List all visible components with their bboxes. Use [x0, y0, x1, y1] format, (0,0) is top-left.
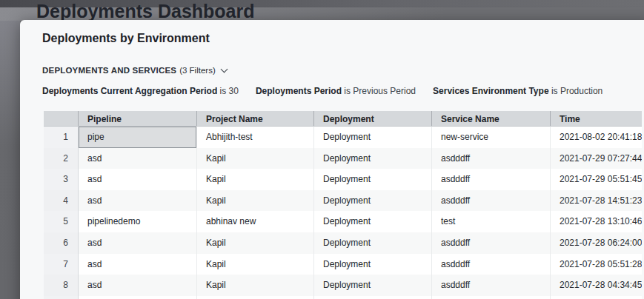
screen: Deployments Dashboard Deployments by Env… — [0, 0, 644, 299]
cell-time[interactable]: 2021-07-28 05:51:28 — [550, 254, 642, 275]
table-row: 4asdKapilDeploymentasdddff2021-07-28 14:… — [44, 190, 642, 212]
chevron-down-icon[interactable] — [220, 66, 228, 73]
table-row: 7asdKapilDeploymentasdddff2021-07-28 05:… — [44, 254, 642, 275]
cell-project[interactable]: Kapil — [196, 254, 313, 275]
cell-time[interactable]: 2021-07-28 04:34:45 — [550, 296, 642, 299]
row-number: 6 — [44, 232, 78, 254]
cell-deployment[interactable]: Deployment — [313, 190, 431, 212]
cell-project[interactable]: Kapil — [196, 148, 313, 169]
filter-clause: is Production — [551, 86, 602, 96]
cell-deployment[interactable]: Deployment — [313, 169, 431, 190]
table-row: 1pipeAbhijith-testDeploymentnew-service2… — [44, 127, 642, 148]
column-header-pipeline[interactable]: Pipeline — [78, 111, 196, 126]
row-number: 3 — [44, 169, 78, 190]
filters-expander[interactable]: DEPLOYMENTS AND SERVICES (3 Filters) — [42, 64, 227, 76]
cell-service[interactable]: new-service — [431, 127, 550, 148]
column-header-project-name[interactable]: Project Name — [196, 111, 313, 126]
modal-title: Deployments by Environment — [42, 32, 210, 45]
table-row: 5pipelinedemoabhinav newDeploymenttest20… — [44, 211, 642, 232]
cell-service[interactable]: asdddff — [431, 148, 550, 169]
cell-time[interactable]: 2021-08-02 20:41:18 — [550, 127, 642, 148]
row-number: 4 — [44, 190, 78, 212]
cell-time[interactable]: 2021-07-28 14:51:23 — [550, 190, 642, 212]
cell-deployment[interactable]: Deployment — [313, 275, 431, 296]
table-row: 3asdKapilDeploymentasdddff2021-07-29 05:… — [44, 169, 642, 190]
filters-expander-label: DEPLOYMENTS AND SERVICES — [42, 66, 176, 75]
table-row: 8asdKapilDeploymentasdddff2021-07-28 04:… — [44, 275, 642, 296]
row-number: 5 — [44, 211, 78, 232]
cell-deployment[interactable]: Deployment — [313, 232, 431, 254]
cell-project[interactable]: Kapil — [196, 296, 313, 299]
row-number: 9 — [44, 296, 78, 299]
column-header-service-name[interactable]: Service Name — [431, 111, 550, 126]
cell-deployment[interactable]: Deployment — [313, 127, 431, 148]
filter-item: Deployments Current Aggregation Period i… — [42, 86, 239, 96]
cell-project[interactable]: Kapil — [196, 190, 313, 212]
cell-deployment[interactable]: Deployment — [313, 211, 431, 232]
cell-deployment[interactable]: Deployment — [313, 148, 431, 169]
cell-pipeline[interactable]: asd — [78, 190, 196, 212]
cell-time[interactable]: 2021-07-28 13:10:46 — [550, 211, 642, 232]
filter-clause: is 30 — [220, 86, 239, 96]
cell-time[interactable]: 2021-07-28 04:34:45 — [550, 275, 642, 296]
filter-name: Deployments Period — [256, 86, 342, 96]
cell-project[interactable]: Kapil — [196, 232, 313, 254]
page-title: Deployments Dashboard — [36, 1, 255, 21]
backdrop-left-strip — [0, 21, 20, 299]
cell-pipeline[interactable]: asd — [78, 275, 196, 296]
cell-service[interactable]: asdddff — [431, 296, 550, 299]
table-row: 2asdKapilDeploymentasdddff2021-07-29 07:… — [44, 148, 642, 169]
cell-service[interactable]: asdddff — [431, 169, 550, 190]
tile-detail-modal: Deployments by Environment DEPLOYMENTS A… — [20, 20, 644, 299]
cell-service[interactable]: asdddff — [431, 232, 550, 254]
cell-service[interactable]: asdddff — [431, 190, 550, 212]
filter-item: Deployments Period is Previous Period — [256, 86, 416, 96]
cell-time[interactable]: 2021-07-29 05:51:45 — [550, 169, 642, 190]
cell-pipeline[interactable]: asd — [78, 169, 196, 190]
row-number: 1 — [44, 127, 78, 148]
row-number: 8 — [44, 275, 78, 296]
row-number-column-header — [44, 111, 78, 126]
row-number: 2 — [44, 148, 78, 169]
table-row: 6asdKapilDeploymentasdddff2021-07-28 06:… — [44, 232, 642, 254]
filter-name: Services Environment Type — [433, 86, 549, 96]
cell-project[interactable]: Abhijith-test — [196, 127, 313, 148]
cell-service[interactable]: asdddff — [431, 275, 550, 296]
column-header-deployment[interactable]: Deployment — [313, 111, 431, 126]
filter-name: Deployments Current Aggregation Period — [42, 86, 217, 96]
row-number: 7 — [44, 254, 78, 275]
filters-count: (3 Filters) — [179, 66, 216, 75]
column-header-time[interactable]: Time — [550, 111, 642, 126]
cell-service[interactable]: test — [431, 211, 550, 232]
filter-clause: is Previous Period — [344, 86, 416, 96]
cell-pipeline[interactable]: pipelinedemo — [78, 211, 196, 232]
cell-pipeline[interactable]: asd — [78, 232, 196, 254]
table-header-row: PipelineProject NameDeploymentService Na… — [44, 111, 642, 127]
cell-project[interactable]: abhinav new — [196, 211, 313, 232]
deployments-table: PipelineProject NameDeploymentService Na… — [44, 111, 642, 299]
cell-service[interactable]: asdddff — [431, 254, 550, 275]
filter-item: Services Environment Type is Production — [433, 86, 602, 96]
cell-deployment[interactable]: Deployment — [313, 296, 431, 299]
filter-summary: Deployments Current Aggregation Period i… — [42, 86, 602, 96]
cell-pipeline[interactable]: asd — [78, 254, 196, 275]
table-row: 9asdKapilDeploymentasdddff2021-07-28 04:… — [44, 296, 642, 299]
cell-project[interactable]: Kapil — [196, 275, 313, 296]
cell-deployment[interactable]: Deployment — [313, 254, 431, 275]
cell-time[interactable]: 2021-07-29 07:27:44 — [550, 148, 642, 169]
cell-project[interactable]: Kapil — [196, 169, 313, 190]
cell-time[interactable]: 2021-07-28 06:24:00 — [550, 232, 642, 254]
cell-pipeline[interactable]: asd — [78, 148, 196, 169]
cell-pipeline[interactable]: pipe — [78, 127, 196, 148]
cell-pipeline[interactable]: asd — [78, 296, 196, 299]
